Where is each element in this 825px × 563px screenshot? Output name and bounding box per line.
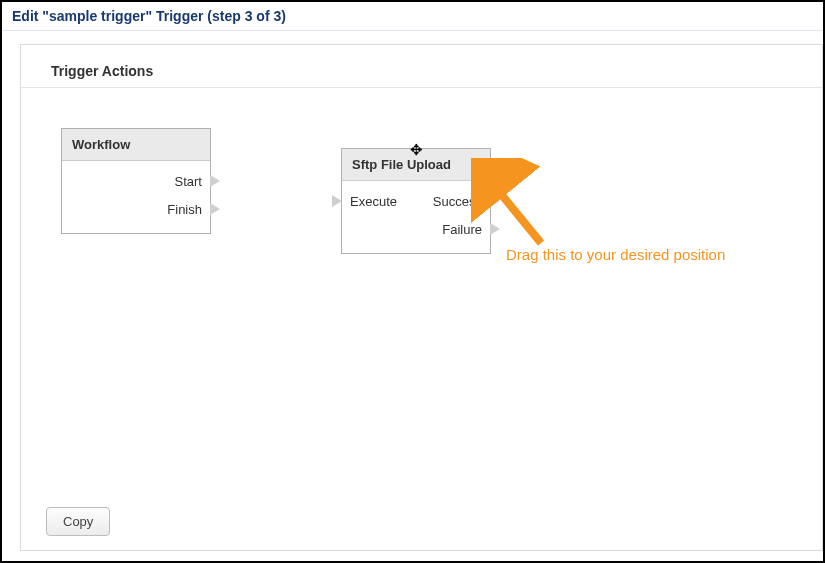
connector-in-icon[interactable]: [332, 195, 342, 207]
page-header: Edit "sample trigger" Trigger (step 3 of…: [2, 2, 823, 31]
port-row-finish: Finish: [62, 195, 210, 223]
node-sftp-header[interactable]: Sftp File Upload: [342, 149, 490, 181]
connector-out-icon[interactable]: [210, 175, 220, 187]
port-execute[interactable]: Execute: [350, 194, 416, 209]
section-title: Trigger Actions: [21, 45, 822, 88]
port-row-failure: Failure: [342, 215, 490, 243]
port-finish[interactable]: Finish: [70, 202, 202, 217]
port-start[interactable]: Start: [70, 174, 202, 189]
workflow-canvas[interactable]: Workflow Start Finish ✥ Sftp File Upload…: [21, 88, 822, 508]
port-row-execute-success: Execute Success: [342, 187, 490, 215]
connector-out-icon[interactable]: [210, 203, 220, 215]
node-sftp-body: Execute Success Failure: [342, 181, 490, 253]
port-success[interactable]: Success: [416, 194, 482, 209]
node-workflow-header[interactable]: Workflow: [62, 129, 210, 161]
node-sftp[interactable]: ✥ Sftp File Upload Execute Success Failu…: [341, 148, 491, 254]
annotation-text: Drag this to your desired position: [506, 246, 725, 263]
trigger-actions-panel: Trigger Actions Workflow Start Finish ✥ …: [20, 44, 823, 551]
copy-button[interactable]: Copy: [46, 507, 110, 536]
node-workflow-body: Start Finish: [62, 161, 210, 233]
node-workflow[interactable]: Workflow Start Finish: [61, 128, 211, 234]
connector-out-icon[interactable]: [490, 223, 500, 235]
connector-out-icon[interactable]: [490, 195, 500, 207]
port-row-start: Start: [62, 167, 210, 195]
page-title: Edit "sample trigger" Trigger (step 3 of…: [12, 8, 286, 24]
port-failure[interactable]: Failure: [416, 222, 482, 237]
